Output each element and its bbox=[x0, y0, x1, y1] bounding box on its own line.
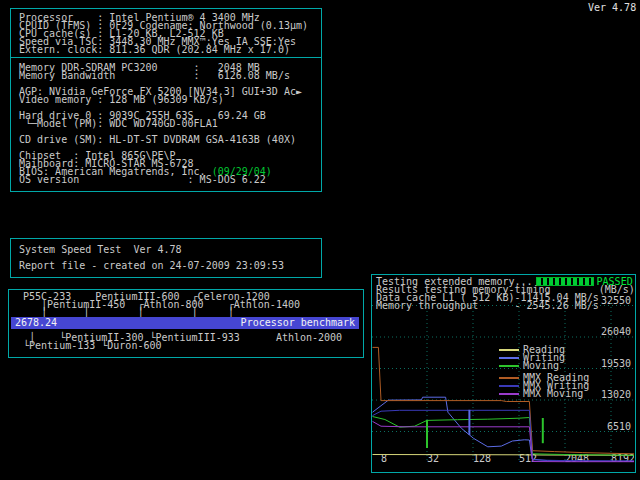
series-moving bbox=[373, 417, 635, 456]
bios-date: (09/29/04) bbox=[212, 166, 272, 177]
series-writing bbox=[373, 397, 635, 461]
legend-swatch bbox=[499, 377, 519, 379]
cpu-info-lines: Processor : Intel Pentium® 4 3400 MHz CP… bbox=[19, 14, 308, 54]
bios-line: BIOS: American Megatrends, Inc. (09/29/0… bbox=[19, 168, 272, 176]
legend-swatch bbox=[499, 385, 519, 387]
dos-screen: Ver 4.78 Processor : Intel Pentium® 4 34… bbox=[0, 0, 640, 480]
report-box: System Speed Test Ver 4.78 Report file -… bbox=[10, 238, 322, 278]
legend-item: Moving bbox=[499, 362, 559, 370]
legend-swatch bbox=[499, 365, 519, 367]
chart-result-lines: Results testing memory-timing (MB/s) Dat… bbox=[376, 286, 635, 310]
system-info-box: Processor : Intel Pentium® 4 3400 MHz CP… bbox=[10, 8, 322, 192]
y-tick-label: 19530 bbox=[601, 358, 631, 369]
y-tick-label: 13020 bbox=[601, 389, 631, 400]
legend-swatch bbox=[499, 349, 519, 351]
legend-swatch bbox=[499, 393, 519, 395]
y-tick-label: 26040 bbox=[601, 326, 631, 337]
legend-label: MMX Moving bbox=[523, 390, 583, 398]
chart-box: 6510130201953026040325508321285122048819… bbox=[371, 274, 636, 473]
legend-swatch bbox=[499, 357, 519, 359]
benchmark-bar-label: Processor benchmark bbox=[241, 318, 355, 328]
bios-prefix: BIOS: American Megatrends, Inc. bbox=[19, 166, 212, 177]
benchmark-tree-lower: │ └PentiumII-300 └PentiumIII-933 Athlon-… bbox=[17, 334, 342, 350]
report-title: System Speed Test Ver 4.78 bbox=[19, 246, 182, 254]
section-divider bbox=[11, 57, 321, 58]
legend-label: Moving bbox=[523, 362, 559, 370]
benchmark-box: P55C-233 PentiumIII-600 ┌Celeron-1200 │P… bbox=[8, 289, 364, 358]
version-label: Ver 4.78 bbox=[588, 2, 636, 13]
benchmark-bar: 2678.24 Processor benchmark bbox=[11, 317, 359, 329]
benchmark-tree-upper: P55C-233 PentiumIII-600 ┌Celeron-1200 │P… bbox=[17, 293, 300, 317]
y-tick-label: 6510 bbox=[607, 421, 631, 432]
benchmark-score: 2678.24 bbox=[15, 318, 57, 328]
legend-item: MMX Moving bbox=[499, 390, 583, 398]
report-subtitle: Report file - created on 24-07-2009 23:0… bbox=[19, 262, 284, 270]
